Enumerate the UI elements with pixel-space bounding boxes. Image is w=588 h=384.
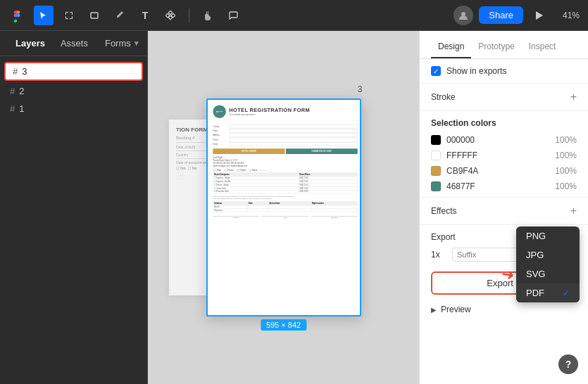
export-section: Export + 1x ··· PNG JPG: [420, 224, 588, 267]
prototype-tab[interactable]: Prototype: [471, 36, 521, 58]
zoom-level[interactable]: 41%: [554, 11, 580, 20]
right-tab-bar: Design Prototype Inspect: [420, 31, 588, 59]
text-tool[interactable]: T: [135, 6, 155, 25]
color-hex-1: FFFFFF: [446, 151, 549, 160]
avatar[interactable]: [453, 6, 473, 25]
selection-colors-header: Selection colors: [420, 111, 588, 132]
format-pdf[interactable]: PDF ✓: [516, 283, 580, 302]
svg-marker-14: [536, 11, 543, 20]
page-number: 3: [358, 84, 363, 94]
dimension-label: 595 × 842: [261, 319, 306, 331]
canvas-area[interactable]: TION FORM Booking # Date of birth Countr…: [148, 31, 419, 384]
show-exports-checkbox[interactable]: ✓: [431, 66, 441, 76]
color-row-2[interactable]: CB9F4A 100%: [420, 163, 588, 179]
color-hex-0: 000000: [446, 135, 549, 145]
color-swatch-0: [431, 135, 441, 145]
toolbar-right: Share 41%: [453, 6, 580, 25]
export-scale: 1x: [431, 250, 448, 260]
figma-logo-icon: [8, 7, 25, 24]
color-row-3[interactable]: 46877F 100%: [420, 179, 588, 194]
toolbar-separator-1: [189, 8, 189, 23]
format-jpg[interactable]: JPG: [516, 245, 580, 264]
effects-label: Effects: [431, 206, 456, 216]
main-document: m HOTEL HOTEL REGISTRATION FORM Your tru…: [206, 98, 361, 316]
right-panel: Design Prototype Inspect ✓ Show in expor…: [419, 31, 588, 384]
color-hex-2: CB9F4A: [446, 166, 549, 176]
color-opacity-2: 100%: [555, 166, 577, 176]
color-hex-3: 46877F: [446, 181, 549, 191]
comment-tool[interactable]: [223, 6, 243, 25]
stroke-label: Stroke: [431, 92, 456, 102]
format-dropdown: PNG JPG SVG PDF ✓: [516, 226, 580, 302]
preview-label: Preview: [441, 305, 471, 314]
format-svg[interactable]: SVG: [516, 264, 580, 283]
toolbar: T Share 41%: [0, 0, 588, 31]
left-tab-bar: Layers Assets Forms ▼: [0, 31, 147, 56]
svg-rect-9: [168, 11, 173, 15]
stroke-add-button[interactable]: +: [570, 91, 577, 103]
svg-rect-7: [72, 16, 73, 19]
assets-tab[interactable]: Assets: [54, 35, 95, 51]
layer-item-3[interactable]: # 3: [4, 62, 143, 81]
preview-triangle-icon: ▶: [431, 306, 437, 314]
svg-rect-5: [72, 12, 73, 15]
color-row-1[interactable]: FFFFFF 100%: [420, 148, 588, 163]
layers-list: # 3 # 2 # 1: [0, 56, 147, 122]
color-opacity-1: 100%: [555, 151, 577, 160]
layer-item-2[interactable]: # 2: [0, 82, 147, 100]
select-tool[interactable]: [34, 6, 54, 25]
hand-tool[interactable]: [198, 6, 218, 25]
main-area: Layers Assets Forms ▼ # 3 # 2 #: [0, 31, 588, 384]
layers-tab[interactable]: Layers: [8, 35, 52, 51]
help-button[interactable]: ?: [558, 354, 578, 374]
color-swatch-1: [431, 151, 441, 160]
hotel-form-content: m HOTEL HOTEL REGISTRATION FORM Your tru…: [208, 100, 361, 316]
forms-chevron-icon: ▼: [133, 39, 140, 47]
inspect-tab[interactable]: Inspect: [522, 36, 563, 58]
show-exports-row: ✓ Show in exports: [420, 59, 588, 84]
present-button[interactable]: [529, 6, 549, 25]
effects-row: Effects +: [420, 197, 588, 224]
export-label: Export: [431, 232, 456, 242]
color-swatch-2: [431, 166, 441, 176]
hotel-logo: m HOTEL: [213, 105, 226, 118]
left-panel: Layers Assets Forms ▼ # 3 # 2 #: [0, 31, 148, 384]
color-opacity-0: 100%: [555, 135, 577, 145]
format-check-icon: ✓: [563, 288, 570, 298]
stroke-row: Stroke +: [420, 84, 588, 111]
layer-hash-icon: #: [10, 103, 15, 114]
frame-tool[interactable]: [59, 6, 79, 25]
svg-rect-6: [65, 16, 66, 19]
component-tool[interactable]: [161, 6, 180, 25]
color-swatch-3: [431, 181, 441, 191]
format-png[interactable]: PNG: [516, 226, 580, 245]
show-exports-label: Show in exports: [446, 66, 506, 76]
svg-rect-8: [91, 13, 98, 18]
main-document-container: 3 m HOTEL HOTEL REGIS: [206, 98, 361, 316]
effects-add-button[interactable]: +: [570, 205, 577, 217]
canvas-background: TION FORM Booking # Date of birth Countr…: [148, 31, 419, 384]
rectangle-tool[interactable]: [85, 6, 104, 25]
right-content: ✓ Show in exports Stroke + Selection col…: [420, 59, 588, 384]
layer-hash-icon: #: [13, 66, 18, 77]
share-button[interactable]: Share: [479, 6, 523, 24]
color-opacity-3: 100%: [555, 181, 577, 191]
color-row-0[interactable]: 000000 100%: [420, 132, 588, 148]
layer-item-1[interactable]: # 1: [0, 100, 147, 117]
pen-tool[interactable]: [110, 6, 130, 25]
svg-rect-4: [65, 12, 66, 15]
layer-hash-icon: #: [10, 86, 15, 96]
design-tab[interactable]: Design: [431, 36, 471, 58]
forms-tab[interactable]: Forms ▼: [99, 35, 146, 51]
